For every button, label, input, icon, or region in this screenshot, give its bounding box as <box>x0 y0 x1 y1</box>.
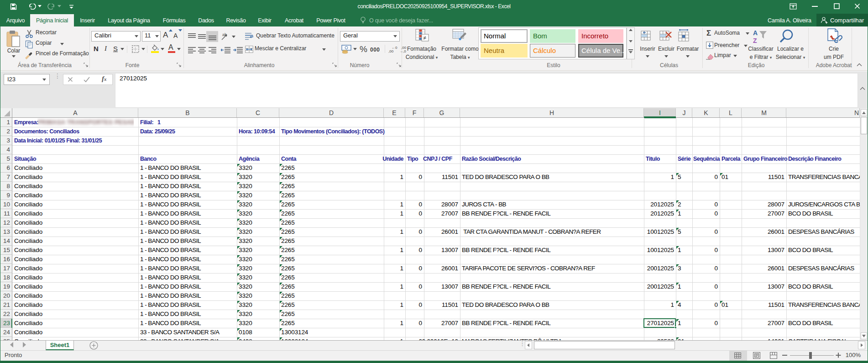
svg-text:A: A <box>753 29 758 37</box>
svg-text:Z: Z <box>753 37 757 44</box>
svg-text:ab: ab <box>222 32 227 37</box>
svg-text:≠: ≠ <box>424 35 427 41</box>
